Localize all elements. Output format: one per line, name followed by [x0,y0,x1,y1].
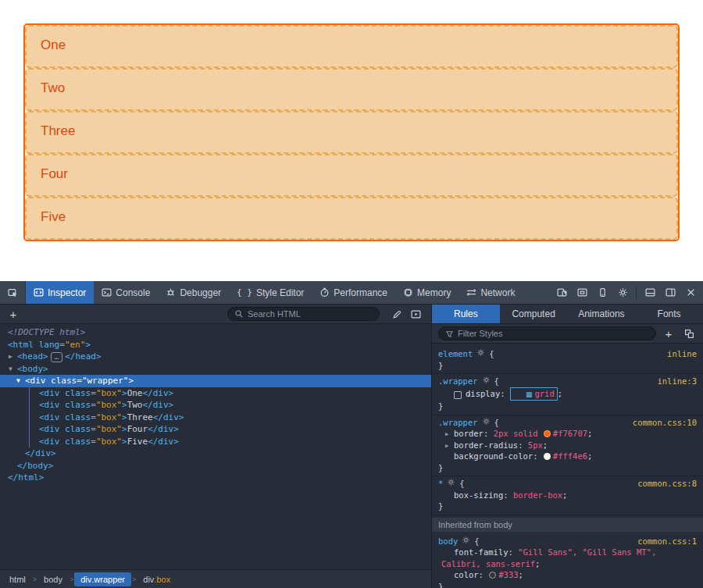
wrapper-element: OneTwoThreeFourFive [23,23,680,241]
markup-line[interactable]: <div class="box">Two</div> [0,399,431,412]
stylesheet-link[interactable]: inline [667,348,697,360]
selector-highlight-button[interactable] [482,376,491,387]
selector-highlight-button[interactable] [462,536,470,547]
dock-side-button[interactable] [660,281,680,305]
network-icon [466,287,476,298]
open-brace: { [459,478,464,490]
markup-line[interactable]: ▶<head>…</head> [0,351,431,363]
split-console-button[interactable] [640,281,660,305]
stylesheet-link[interactable]: common.css:10 [633,417,697,429]
tab-rules[interactable]: Rules [432,305,500,323]
search-html-input[interactable] [248,309,373,319]
rule-selector[interactable]: body [438,536,458,547]
tab-computed[interactable]: Computed [500,305,568,323]
demo-box: Four [25,154,678,197]
close-brace: } [438,360,697,372]
css-property[interactable]: color: #333; [438,569,697,581]
expand-arrow-icon[interactable]: ▶ [9,351,12,363]
add-rule-button[interactable]: + [662,327,675,340]
selector-highlight-button[interactable] [447,478,455,490]
responsive-mode-button[interactable]: ▾ [551,281,572,305]
breadcrumb-separator-icon: > [70,576,73,583]
rule-selector[interactable]: .wrapper [438,417,478,429]
add-node-button[interactable]: + [6,308,20,321]
settings-button[interactable] [612,281,633,305]
markup-token: > [122,400,127,410]
frame-button[interactable] [572,281,592,305]
css-property[interactable]: box-sizing: border-box; [438,490,697,501]
property-checkbox[interactable]: ✓ [454,391,462,399]
markup-line[interactable]: ▼<div class="wrapper"> [0,375,431,387]
selector-highlight-button[interactable] [476,348,485,360]
search-html-box[interactable] [227,307,380,321]
tab-label: Rules [454,308,478,319]
rule-selector[interactable]: element [438,348,473,360]
grid-highlighter-toggle-icon[interactable]: ▦ [526,390,533,398]
toolbar-spacer [523,281,551,304]
class-list-toggle-button[interactable] [681,329,697,339]
css-property[interactable]: font-family: "Gill Sans", "Gill Sans MT"… [438,547,697,569]
markup-line[interactable]: <div class="box">Three</div> [0,412,431,424]
tab-fonts[interactable]: Fonts [635,305,703,323]
stylesheet-link[interactable]: inline:3 [657,376,697,387]
markup-token: </div> [143,388,174,398]
markup-token: class [60,437,91,447]
stylesheet-link[interactable]: common.css:1 [637,536,697,547]
markup-token: </div> [143,400,174,410]
close-button[interactable] [680,281,701,305]
eyedropper-button[interactable] [387,305,406,324]
breadcrumb-item-div.wrapper[interactable]: div.wrapper [74,572,131,586]
markup-line[interactable]: <html lang="en"> [0,339,431,351]
color-swatch[interactable] [544,453,551,460]
markup-line[interactable]: ▼<body> [0,363,431,376]
breadcrumb-item-body[interactable]: body [37,572,69,586]
markup-line[interactable]: <div class="box">Four</div> [0,423,431,436]
tab-console[interactable]: Console [94,281,158,304]
selector-highlight-button[interactable] [482,417,491,429]
markup-line[interactable]: </div> [0,447,431,460]
breadcrumb-item-html[interactable]: html [3,572,32,586]
markup-token: "box" [96,412,122,422]
play-square-button[interactable] [406,305,425,324]
collapse-arrow-icon[interactable]: ▼ [9,363,12,376]
tab-inspector[interactable]: Inspector [26,281,94,304]
css-property[interactable]: ✓display: ▦grid; [438,387,697,401]
tab-label: Console [116,287,150,298]
markup-toolbar: + [0,305,431,324]
breadcrumb-item-div.box[interactable]: div.box [137,572,177,586]
rule-selector[interactable]: .wrapper [438,376,478,387]
breadcrumb: html>body>div.wrapper>div.box [0,569,431,588]
css-property[interactable]: background-color: #fff4e6; [438,451,697,462]
tab-debugger[interactable]: Debugger [158,281,229,304]
color-swatch[interactable] [544,430,551,437]
breadcrumb-tag: div [143,575,154,584]
property-value: #fff4e6 [553,451,587,461]
css-property[interactable]: ▶border: 2px solid #f76707; [438,428,697,440]
tab-style-editor[interactable]: { }Style Editor [229,281,312,304]
device-button[interactable] [592,281,612,305]
color-swatch[interactable] [489,572,496,579]
tab-label: Performance [334,287,387,298]
markup-token: class [60,388,91,398]
tab-memory[interactable]: Memory [395,281,459,304]
markup-line[interactable]: <div class="box">Five</div> [0,436,431,448]
devtools-toolbar: InspectorConsoleDebugger{ }Style EditorP… [0,281,703,305]
css-property[interactable]: ▶border-radius: 5px; [438,440,697,451]
node-picker-button[interactable] [0,281,26,304]
markup-line[interactable]: </body> [0,460,431,472]
rule-selector[interactable]: * [438,478,443,490]
filter-styles-input[interactable] [458,329,649,338]
markup-token: Four [127,424,148,434]
markup-line[interactable]: <!DOCTYPE html> [0,326,431,339]
markup-token: Five [127,437,148,447]
collapse-arrow-icon[interactable]: ▼ [16,375,20,387]
markup-line[interactable]: </html> [0,472,431,484]
tab-network[interactable]: Network [459,281,523,304]
tab-performance[interactable]: Performance [312,281,395,304]
close-brace: } [438,462,697,474]
tab-animations[interactable]: Animations [568,305,636,323]
markup-line[interactable]: <div class="box">One</div> [0,387,431,400]
stylesheet-link[interactable]: common.css:8 [637,478,697,490]
filter-styles-box[interactable] [438,326,656,340]
property-value: 5px [528,440,543,450]
